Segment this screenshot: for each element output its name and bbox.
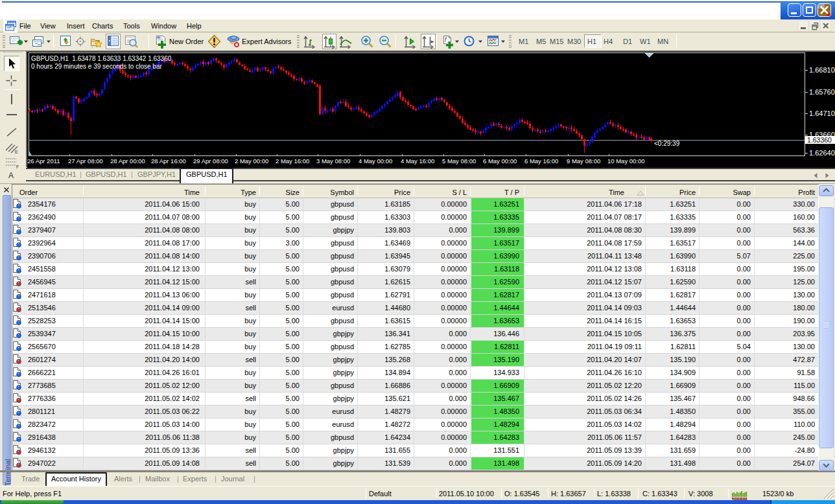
svg-text:E: E (15, 150, 18, 154)
svg-text:F: F (16, 165, 19, 169)
